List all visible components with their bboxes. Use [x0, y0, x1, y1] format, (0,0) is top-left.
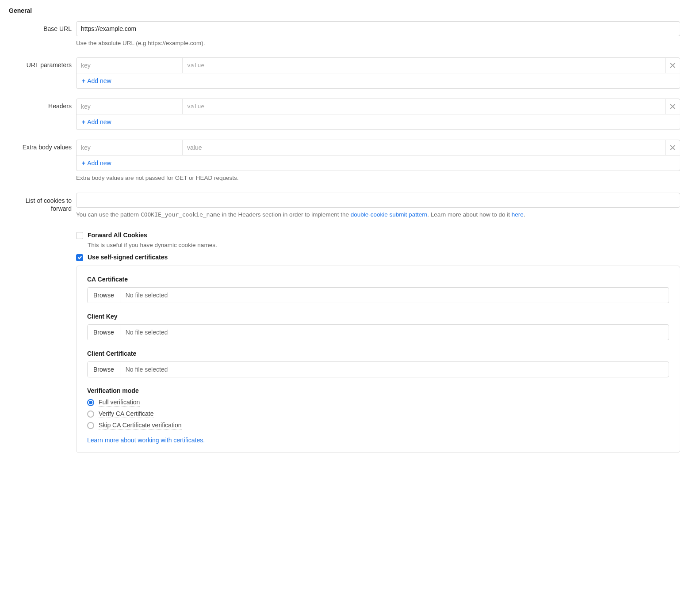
forward-all-checkbox[interactable] [76, 232, 83, 239]
check-icon [77, 255, 82, 260]
radio-icon [87, 399, 94, 406]
headers-label: Headers [9, 99, 76, 110]
headers-key-input[interactable] [77, 99, 182, 114]
base-url-input[interactable] [76, 21, 680, 36]
ca-cert-browse-button[interactable]: Browse [88, 288, 120, 303]
url-params-row [77, 58, 680, 73]
client-key-browse-button[interactable]: Browse [88, 325, 120, 340]
extra-body-delete-button[interactable] [666, 140, 680, 155]
cert-panel: CA Certificate Browse No file selected C… [76, 266, 680, 453]
headers-add-button[interactable]: + Add new [77, 114, 680, 129]
self-signed-checkbox[interactable] [76, 254, 83, 261]
url-params-add-button[interactable]: + Add new [77, 73, 680, 88]
client-cert-file-text: No file selected [120, 362, 669, 377]
ca-cert-label: CA Certificate [87, 276, 669, 283]
headers-delete-button[interactable] [666, 99, 680, 114]
url-params-label: URL parameters [9, 57, 76, 68]
verification-full-option[interactable]: Full verification [87, 399, 669, 407]
extra-body-add-button[interactable]: + Add new [77, 156, 680, 171]
client-key-label: Client Key [87, 313, 669, 320]
headers-row [77, 99, 680, 114]
section-title: General [9, 7, 680, 14]
extra-body-add-label: Add new [87, 160, 111, 167]
url-params-key-input[interactable] [77, 58, 182, 73]
cookies-label: List of cookies to forward [9, 193, 76, 213]
url-params-add-label: Add new [87, 77, 111, 84]
ca-cert-file-text: No file selected [120, 288, 669, 303]
cert-learn-more-link[interactable]: Learn more about working with certificat… [87, 437, 205, 444]
base-url-label: Base URL [9, 21, 76, 32]
verification-verify-ca-label: Verify CA Certificate [99, 410, 154, 418]
cookies-help: You can use the pattern COOKIE_your_cook… [76, 210, 680, 219]
here-link[interactable]: here [512, 211, 524, 218]
verification-skip-option[interactable]: Skip CA Certificate verification [87, 422, 669, 430]
verification-mode-label: Verification mode [87, 387, 669, 394]
radio-icon [87, 422, 94, 429]
extra-body-value-input[interactable] [183, 140, 665, 155]
forward-all-sub: This is useful if you have dynamic cooki… [88, 242, 680, 248]
close-icon [670, 103, 676, 110]
close-icon [670, 144, 676, 151]
plus-icon: + [82, 77, 85, 84]
extra-body-key-input[interactable] [77, 140, 182, 155]
cookies-input[interactable] [76, 193, 680, 208]
url-params-delete-button[interactable] [666, 58, 680, 73]
client-key-file-text: No file selected [120, 325, 669, 340]
headers-value-input[interactable] [183, 99, 665, 114]
radio-icon [87, 411, 94, 418]
headers-add-label: Add new [87, 118, 111, 125]
plus-icon: + [82, 160, 85, 167]
verification-full-label: Full verification [99, 399, 140, 407]
extra-body-help: Extra body values are not passed for GET… [76, 174, 680, 183]
client-cert-browse-button[interactable]: Browse [88, 362, 120, 377]
self-signed-label[interactable]: Use self-signed certificates [88, 254, 168, 261]
verification-verify-ca-option[interactable]: Verify CA Certificate [87, 410, 669, 418]
url-params-value-input[interactable] [183, 58, 665, 72]
verification-skip-label: Skip CA Certificate verification [99, 422, 182, 430]
base-url-help: Use the absolute URL (e.g https://exampl… [76, 39, 680, 48]
double-cookie-link[interactable]: double-cookie submit pattern [351, 211, 427, 218]
extra-body-label: Extra body values [9, 140, 76, 151]
forward-all-label[interactable]: Forward All Cookies [88, 232, 147, 239]
close-icon [670, 62, 676, 68]
extra-body-row [77, 140, 680, 156]
client-cert-label: Client Certificate [87, 350, 669, 357]
plus-icon: + [82, 118, 85, 125]
